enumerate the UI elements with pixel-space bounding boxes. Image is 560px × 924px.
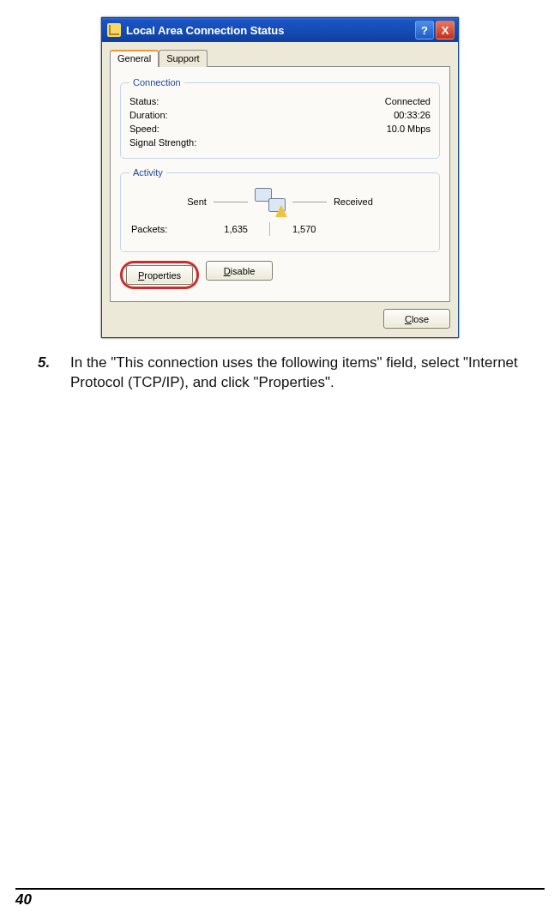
activity-grid: SentReceivedPackets:1,6351,570 xyxy=(129,184,431,243)
tab-buttons-row: Properties Disable xyxy=(120,261,440,289)
sent-label: Sent xyxy=(187,196,207,207)
received-label: Received xyxy=(334,196,373,207)
activity-legend: Activity xyxy=(129,167,166,178)
activity-monitors-icon xyxy=(255,188,286,215)
connection-status-window: Local Area Connection Status ? X General… xyxy=(101,17,459,338)
step-text: In the "This connection uses the followi… xyxy=(70,353,539,393)
titlebar[interactable]: Local Area Connection Status ? X xyxy=(102,18,458,42)
speed-value: 10.0 Mbps xyxy=(387,124,431,134)
help-button[interactable]: ? xyxy=(415,21,434,39)
tab-page-general: Connection Status: Connected Duration: 0… xyxy=(110,66,450,302)
packets-sent-value: 1,635 xyxy=(214,224,248,234)
speed-label: Speed: xyxy=(129,124,160,134)
step-number: 5. xyxy=(38,353,57,393)
signal-label: Signal Strength: xyxy=(129,137,196,148)
tabs: General Support xyxy=(110,49,450,66)
page-number: 40 xyxy=(15,891,32,908)
instruction-step: 5. In the "This connection uses the foll… xyxy=(38,353,539,393)
connection-legend: Connection xyxy=(129,77,184,88)
duration-row: Duration: 00:33:26 xyxy=(129,108,431,122)
duration-value: 00:33:26 xyxy=(394,110,431,120)
signal-row: Signal Strength: xyxy=(129,136,431,149)
window-title: Local Area Connection Status xyxy=(126,24,413,37)
close-row: Close xyxy=(110,309,450,329)
connection-group: Connection Status: Connected Duration: 0… xyxy=(120,77,440,159)
tab-general[interactable]: General xyxy=(110,50,159,67)
recv-line-icon xyxy=(292,202,327,202)
activity-divider xyxy=(269,222,270,236)
duration-label: Duration: xyxy=(129,110,168,120)
properties-highlight: Properties xyxy=(120,261,199,289)
status-value: Connected xyxy=(385,96,431,106)
close-button[interactable]: Close xyxy=(383,309,450,329)
disable-button[interactable]: Disable xyxy=(206,261,273,281)
page-footer: 40 xyxy=(15,888,545,909)
packets-label: Packets: xyxy=(131,224,180,234)
status-row: Status: Connected xyxy=(129,94,431,108)
properties-button[interactable]: Properties xyxy=(126,265,193,285)
sent-line-icon xyxy=(214,202,248,202)
close-window-button[interactable]: X xyxy=(436,21,455,39)
tab-support[interactable]: Support xyxy=(159,50,208,67)
status-label: Status: xyxy=(129,96,159,106)
client-area: General Support Connection Status: Conne… xyxy=(102,42,458,337)
network-status-icon xyxy=(107,23,121,37)
activity-group: Activity SentReceivedPackets:1,6351,570 xyxy=(120,167,440,252)
packets-received-value: 1,570 xyxy=(292,224,327,234)
speed-row: Speed: 10.0 Mbps xyxy=(129,122,431,136)
